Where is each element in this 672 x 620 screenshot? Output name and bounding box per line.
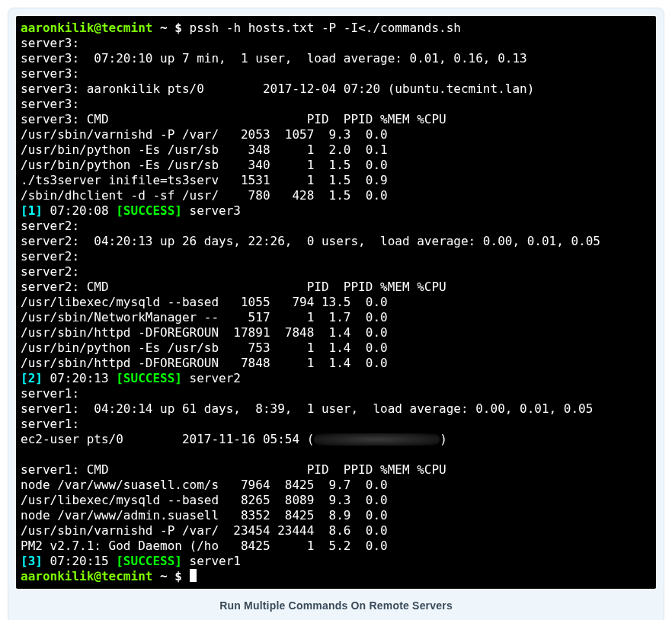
- output-line: server2: CMD PID PPID %MEM %CPU: [21, 280, 446, 294]
- output-line: PM2 v2.7.1: God Daemon (/ho 8425 1 5.2 0…: [21, 539, 388, 553]
- command-text: pssh -h hosts.txt -P -I<./commands.sh: [190, 21, 461, 35]
- output-line: /usr/sbin/varnishd -P /var/ 2053 1057 9.…: [21, 127, 388, 142]
- output-line: /usr/libexec/mysqld --based 8265 8089 9.…: [21, 493, 388, 507]
- output-line: /usr/sbin/NetworkManager -- 517 1 1.7 0.…: [21, 310, 388, 324]
- output-line: server2:: [21, 219, 79, 233]
- prompt-path: ~ $: [160, 569, 182, 583]
- output-line: server2: 04:20:13 up 26 days, 22:26, 0 u…: [21, 234, 600, 248]
- result-host: server2: [182, 371, 241, 385]
- result-time: 07:20:08: [43, 203, 116, 218]
- result-status: [SUCCESS]: [116, 203, 182, 218]
- result-host: server3: [182, 203, 241, 218]
- output-line: node /var/www/suasell.com/s 7964 8425 9.…: [21, 478, 388, 492]
- output-line: server3:: [21, 97, 79, 111]
- output-line: [21, 447, 28, 462]
- output-line: /usr/sbin/varnishd -P /var/ 23454 23444 …: [21, 523, 388, 538]
- output-line: /usr/sbin/httpd -DFOREGROUN 7848 1 1.4 0…: [21, 356, 388, 370]
- prompt-user: aaronkilik@tecmint: [21, 569, 152, 583]
- output-line: ): [440, 432, 447, 446]
- result-index: [1]: [21, 203, 43, 218]
- output-line: /usr/bin/python -Es /usr/sb 348 1 2.0 0.…: [21, 142, 388, 157]
- output-line: server3: CMD PID PPID %MEM %CPU: [21, 112, 446, 126]
- output-line: server3:: [21, 36, 79, 50]
- figure-frame: aaronkilik@tecmint ~ $ pssh -h hosts.txt…: [8, 8, 664, 620]
- output-line: /sbin/dhclient -d -sf /usr/ 780 428 1.5 …: [21, 188, 388, 203]
- result-index: [3]: [21, 554, 43, 568]
- output-line: server2:: [21, 264, 79, 279]
- figure-caption: Run Multiple Commands On Remote Servers: [16, 599, 656, 612]
- terminal-output: aaronkilik@tecmint ~ $ pssh -h hosts.txt…: [16, 16, 656, 589]
- output-line: server1:: [21, 386, 79, 401]
- result-status: [SUCCESS]: [116, 554, 182, 568]
- output-line: server3: aaronkilik pts/0 2017-12-04 07:…: [21, 81, 534, 96]
- result-time: 07:20:15: [43, 554, 116, 568]
- redacted-hostname: [314, 433, 440, 446]
- result-index: [2]: [21, 371, 43, 385]
- output-line: server3: 07:20:10 up 7 min, 1 user, load…: [21, 51, 527, 66]
- output-line: /usr/bin/python -Es /usr/sb 753 1 1.4 0.…: [21, 340, 388, 355]
- output-line: server1:: [21, 417, 79, 431]
- output-line: server2:: [21, 249, 79, 264]
- output-line: server1: CMD PID PPID %MEM %CPU: [21, 462, 446, 477]
- prompt-user: aaronkilik@tecmint: [21, 21, 152, 35]
- result-time: 07:20:13: [43, 371, 116, 385]
- prompt-path: ~ $: [160, 21, 182, 35]
- cursor[interactable]: [190, 569, 197, 582]
- output-line: server3:: [21, 66, 79, 81]
- output-line: server1: 04:20:14 up 61 days, 8:39, 1 us…: [21, 401, 593, 416]
- output-line: /usr/sbin/httpd -DFOREGROUN 17891 7848 1…: [21, 325, 388, 340]
- result-host: server1: [182, 554, 241, 568]
- output-line: ec2-user pts/0 2017-11-16 05:54 (: [21, 432, 314, 446]
- output-line: ./ts3server inifile=ts3serv 1531 1 1.5 0…: [21, 173, 388, 187]
- output-line: /usr/bin/python -Es /usr/sb 340 1 1.5 0.…: [21, 158, 388, 172]
- result-status: [SUCCESS]: [116, 371, 182, 385]
- output-line: /usr/libexec/mysqld --based 1055 794 13.…: [21, 295, 388, 309]
- output-line: node /var/www/admin.suasell 8352 8425 8.…: [21, 508, 388, 523]
